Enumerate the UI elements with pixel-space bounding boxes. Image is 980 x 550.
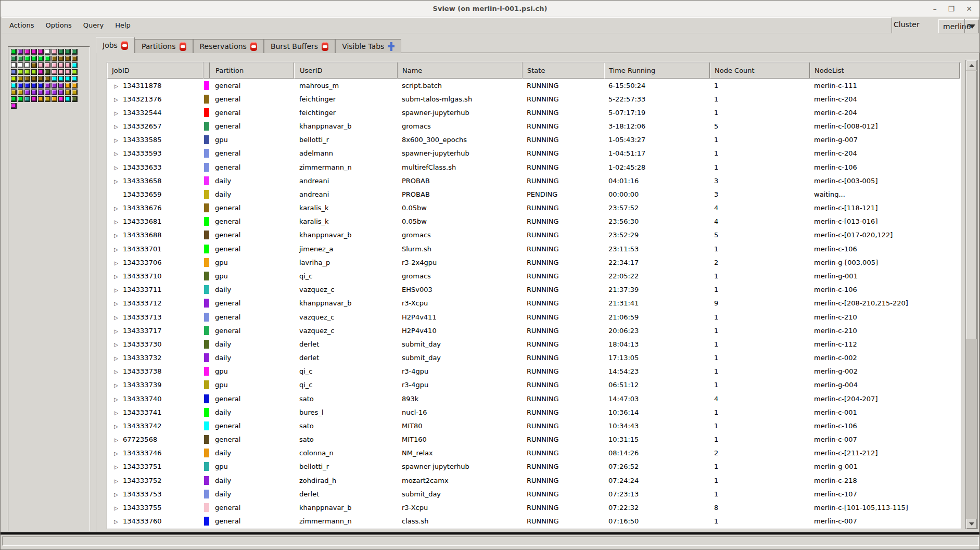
row-expander-icon[interactable]: ▷	[111, 247, 121, 252]
node-square[interactable]	[72, 96, 78, 102]
node-square[interactable]	[58, 89, 64, 95]
node-square[interactable]	[31, 62, 37, 68]
minimize-button[interactable]: –	[933, 5, 937, 12]
table-row[interactable]: ▷134333730 daily derlet submit_day RUNNI…	[107, 337, 961, 351]
row-expander-icon[interactable]: ▷	[111, 97, 121, 103]
node-square[interactable]	[52, 96, 57, 102]
node-square[interactable]	[72, 89, 78, 95]
node-square[interactable]	[38, 49, 44, 55]
row-expander-icon[interactable]: ▷	[111, 274, 121, 279]
node-square[interactable]	[58, 62, 64, 68]
tab[interactable]: Burst Buffers	[264, 39, 335, 53]
tab[interactable]: Partitions	[135, 39, 193, 53]
node-square[interactable]	[65, 49, 71, 55]
tab-action-icon[interactable]	[250, 42, 257, 51]
column-header[interactable]: UserID	[294, 62, 398, 79]
node-square[interactable]	[31, 96, 37, 102]
table-row[interactable]: ▷134321376 general feichtinger subm-talo…	[107, 92, 961, 106]
column-header[interactable]: Node Count	[710, 62, 810, 79]
row-expander-icon[interactable]: ▷	[111, 478, 121, 484]
row-expander-icon[interactable]: ▷	[111, 124, 121, 130]
node-square[interactable]	[11, 96, 17, 102]
row-expander-icon[interactable]: ▷	[111, 206, 121, 211]
vertical-scrollbar[interactable]	[965, 60, 978, 529]
table-row[interactable]: ▷134333742 general sato MIT80 RUNNING 10…	[107, 419, 961, 432]
node-square[interactable]	[11, 69, 17, 75]
row-expander-icon[interactable]: ▷	[111, 83, 121, 89]
table-row[interactable]: ▷134333732 daily derlet submit_day RUNNI…	[107, 351, 961, 364]
node-square[interactable]	[38, 83, 44, 88]
menu-item[interactable]: Help	[109, 19, 136, 32]
node-square[interactable]	[45, 56, 50, 61]
node-square[interactable]	[45, 49, 50, 55]
node-square[interactable]	[31, 83, 37, 88]
node-square[interactable]	[18, 62, 23, 68]
table-row[interactable]: ▷134333755 general khanppnavar_b r3-Xcpu…	[107, 501, 961, 514]
node-square[interactable]	[11, 76, 17, 82]
node-square[interactable]	[45, 62, 50, 68]
column-header[interactable]: Partition	[210, 62, 294, 79]
node-square[interactable]	[38, 62, 44, 68]
scroll-down-button[interactable]	[966, 519, 977, 529]
row-expander-icon[interactable]: ▷	[111, 492, 121, 497]
row-expander-icon[interactable]: ▷	[111, 451, 121, 456]
row-expander-icon[interactable]: ▷	[111, 519, 121, 525]
node-square[interactable]	[38, 96, 44, 102]
node-square[interactable]	[58, 49, 64, 55]
node-square[interactable]	[18, 76, 23, 82]
node-square[interactable]	[24, 96, 30, 102]
node-square[interactable]	[31, 56, 37, 61]
node-square[interactable]	[11, 49, 17, 55]
menu-item[interactable]: Options	[40, 19, 78, 32]
row-expander-icon[interactable]: ▷	[111, 301, 121, 306]
table-row[interactable]: ▷134333741 daily bures_l nucl-16 RUNNING…	[107, 405, 961, 419]
column-header[interactable]	[203, 62, 210, 79]
table-row[interactable]: ▷134333676 general karalis_k 0.05bw RUNN…	[107, 201, 961, 215]
node-square[interactable]	[52, 69, 57, 75]
row-expander-icon[interactable]: ▷	[111, 219, 121, 225]
row-expander-icon[interactable]: ▷	[111, 505, 121, 511]
table-row[interactable]: ▷134333681 general karalis_k 0.05bw RUNN…	[107, 215, 961, 228]
table-row[interactable]: ▷134333753 daily derlet submit_day RUNNI…	[107, 487, 961, 501]
tab-action-icon[interactable]	[322, 42, 328, 51]
node-square[interactable]	[31, 89, 37, 95]
node-square[interactable]	[65, 56, 71, 61]
table-row[interactable]: ▷134333658 daily andreani PROBAB RUNNING…	[107, 174, 961, 187]
table-row[interactable]: ▷134333593 general adelmann spawner-jupy…	[107, 147, 961, 160]
row-expander-icon[interactable]: ▷	[111, 260, 121, 266]
column-header[interactable]: Name	[398, 62, 523, 79]
row-expander-icon[interactable]: ▷	[111, 137, 121, 143]
table-row[interactable]: ▷134332544 general feichtinger spawner-j…	[107, 106, 961, 119]
node-square[interactable]	[24, 69, 30, 75]
column-header[interactable]: Time Running	[604, 62, 710, 79]
node-square[interactable]	[45, 83, 50, 88]
node-square[interactable]	[24, 83, 30, 88]
tab[interactable]: Reservations	[193, 39, 264, 53]
table-row[interactable]: ▷134311878 general mahrous_m script.batc…	[107, 79, 961, 92]
tab-action-icon[interactable]	[388, 42, 394, 51]
table-row[interactable]: ▷134333717 general vazquez_c H2P4v410 RU…	[107, 324, 961, 337]
node-square[interactable]	[18, 69, 23, 75]
row-expander-icon[interactable]: ▷	[111, 151, 121, 157]
node-square[interactable]	[52, 62, 57, 68]
node-square[interactable]	[31, 76, 37, 82]
row-expander-icon[interactable]: ▷	[111, 382, 121, 388]
scroll-up-button[interactable]	[966, 60, 977, 70]
node-square[interactable]	[72, 83, 78, 88]
row-expander-icon[interactable]: ▷	[111, 287, 121, 293]
row-expander-icon[interactable]: ▷	[111, 464, 121, 470]
node-square[interactable]	[58, 96, 64, 102]
tab[interactable]: Jobs	[96, 37, 135, 53]
node-square[interactable]	[11, 62, 17, 68]
column-header[interactable]: JobID	[107, 62, 203, 79]
node-square[interactable]	[18, 96, 23, 102]
table-row[interactable]: ▷134333746 daily colonna_n NM_relax RUNN…	[107, 446, 961, 460]
table-row[interactable]: ▷134333760 general zimmermann_n class.sh…	[107, 515, 961, 528]
node-square[interactable]	[58, 56, 64, 61]
table-row[interactable]: ▷134333751 gpu bellotti_r spawner-jupyte…	[107, 460, 961, 474]
node-square[interactable]	[65, 76, 71, 82]
node-square[interactable]	[18, 89, 23, 95]
table-row[interactable]: ▷134333713 general vazquez_c H2P4v411 RU…	[107, 310, 961, 324]
tab[interactable]: Visible Tabs	[335, 39, 401, 53]
maximize-button[interactable]: ❐	[948, 5, 955, 12]
